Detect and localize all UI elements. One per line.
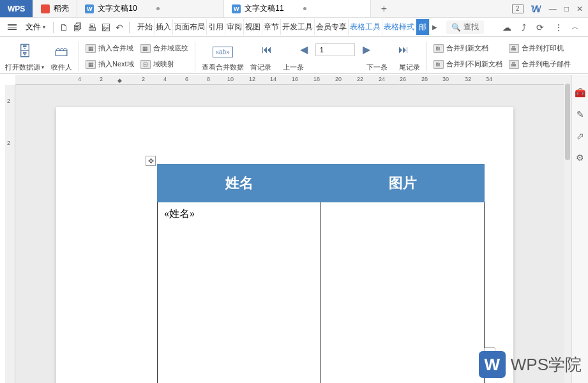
datasource-icon: 🗄 (14, 42, 36, 61)
table-cell-name[interactable]: «姓名» (158, 202, 321, 384)
merge-field-shading[interactable]: ▦合并域底纹 (140, 42, 188, 54)
modified-dot (303, 7, 306, 10)
menu-review[interactable]: 审阅 (225, 19, 244, 35)
prev-record[interactable]: ◀ (298, 43, 310, 56)
collapse-ribbon[interactable]: ︿ (571, 22, 579, 33)
last-record-label: 尾记录 (399, 63, 420, 72)
menu-mail[interactable]: 邮 (416, 19, 430, 35)
recipients-icon: 🗃 (50, 42, 72, 61)
merge-to-new-doc[interactable]: 🗎合并到新文档 (433, 42, 502, 54)
table-cell-picture[interactable] (321, 202, 485, 384)
menu-scroll-right[interactable]: ▶ (430, 22, 440, 32)
ribbon: 🗄 打开数据源▾ 🗃 收件人 ▦插入合并域 ▦插入Next域 ▦合并域底纹 ⊟域… (0, 37, 588, 74)
docker-tab[interactable]: 稻壳 (33, 0, 77, 17)
settings-icon[interactable]: ⚙ (576, 153, 584, 163)
doc-tab-1[interactable]: W文字文稿11 (224, 0, 371, 17)
wps-logo-icon[interactable]: 𝕎 (531, 4, 541, 14)
table-header-picture[interactable]: 图片 (321, 165, 485, 202)
share-icon[interactable]: ⤴ (520, 21, 528, 34)
table-move-handle[interactable]: ✥ (146, 156, 156, 166)
document-table[interactable]: 姓名 图片 «姓名» (157, 164, 485, 383)
chevron-down-icon: ▾ (43, 24, 45, 30)
separator (53, 22, 54, 33)
merge-to-diff-doc[interactable]: 🗎合并到不同新文档 (433, 58, 502, 70)
modified-dot (156, 7, 160, 10)
sync-icon[interactable]: ⟳ (534, 21, 546, 34)
file-menu[interactable]: 文件▾ (22, 20, 49, 34)
toolbox-icon[interactable]: 🧰 (575, 87, 585, 98)
separator (129, 22, 130, 33)
prev-record-label: 上一条 (283, 63, 304, 72)
app-tab[interactable]: WPS (0, 0, 33, 17)
menu-member[interactable]: 会员专享 (315, 19, 349, 35)
menu-insert[interactable]: 插入 (155, 19, 173, 35)
preview-icon[interactable]: 🗟 (100, 21, 112, 34)
field-icon: ▦ (86, 60, 96, 69)
window-count[interactable]: 2 (512, 4, 524, 13)
page[interactable]: ✥ 姓名 图片 «姓名» + (56, 107, 513, 383)
menu-start[interactable]: 开始 (136, 19, 155, 35)
open-data-source[interactable]: 🗄 打开数据源▾ (5, 42, 44, 72)
titlebar-controls: 2 𝕎 — □ ✕ (512, 0, 588, 17)
next-record-label: 下一条 (366, 63, 388, 72)
merge-to-printer[interactable]: 🖶合并到打印机 (509, 42, 571, 54)
cloud-icon[interactable]: ☁ (501, 21, 513, 34)
save-icon[interactable]: 🗋 (57, 21, 70, 34)
menu-section[interactable]: 章节 (262, 19, 281, 35)
minimize-button[interactable]: — (549, 4, 557, 13)
email-icon: 🖶 (509, 60, 519, 69)
printer-icon: 🖶 (509, 44, 519, 53)
search-box[interactable]: 🔍查找 (446, 20, 484, 34)
doc-tab-0[interactable]: W文字文稿10 (77, 0, 224, 17)
menu-references[interactable]: 引用 (207, 19, 225, 35)
vertical-ruler[interactable]: 2 2 (5, 85, 15, 383)
table-add-handle[interactable]: + (484, 347, 495, 359)
doc-icon: 🗎 (433, 44, 444, 53)
vertical-scrollbar[interactable] (564, 75, 571, 383)
field-mapping[interactable]: ⊟域映射 (140, 58, 188, 70)
print-preview-icon[interactable]: 🖶 (86, 21, 98, 34)
search-icon: 🔍 (451, 23, 461, 32)
next-record[interactable]: ▶ (360, 43, 373, 56)
shading-icon: ▦ (140, 44, 151, 53)
field-icon: ▦ (86, 44, 96, 53)
last-record[interactable]: ⏭ (396, 44, 411, 56)
close-button[interactable]: ✕ (577, 4, 583, 13)
first-record[interactable]: ⏮ (259, 44, 275, 56)
select-icon[interactable]: ⬀ (577, 131, 584, 141)
record-number-input[interactable] (315, 43, 355, 56)
doc-icon: 🗎 (433, 60, 444, 69)
insert-merge-field[interactable]: ▦插入合并域 (86, 42, 134, 54)
titlebar: WPS 稻壳 W文字文稿10 W文字文稿11 + 2 𝕎 — □ ✕ (0, 0, 588, 18)
menubar: 文件▾ 🗋 🗐 🖶 🗟 ↶ 开始 插入 页面布局 引用 审阅 视图 章节 开发工… (0, 18, 588, 37)
indent-marker[interactable]: ◆ (117, 77, 124, 82)
first-record-label: 首记录 (250, 63, 271, 72)
hamburger-menu[interactable] (4, 21, 20, 33)
doc-icon: W (85, 4, 94, 13)
horizontal-ruler[interactable]: 4 2 ◆ 2 4 6 8 10 12 14 16 18 20 22 24 26… (15, 75, 571, 85)
table-header-name[interactable]: 姓名 (158, 165, 321, 202)
pen-icon[interactable]: ✎ (577, 109, 584, 119)
document-area: ✥ 姓名 图片 «姓名» + (15, 85, 571, 383)
docker-icon (41, 4, 50, 13)
recipients[interactable]: 🗃 收件人 (50, 42, 72, 72)
scrollbar-thumb[interactable] (565, 84, 570, 160)
menu-tabletools[interactable]: 表格工具 (349, 19, 382, 35)
menu-items: 开始 插入 页面布局 引用 审阅 视图 章节 开发工具 会员专享 表格工具 表格… (136, 19, 440, 35)
separator (426, 41, 427, 71)
print-icon[interactable]: 🗐 (72, 21, 84, 34)
menu-devtools[interactable]: 开发工具 (281, 19, 315, 35)
new-tab-button[interactable]: + (371, 0, 396, 17)
view-merged-data[interactable]: «ab» 查看合并数据 (202, 42, 244, 72)
separator (79, 41, 79, 71)
undo-icon[interactable]: ↶ (114, 21, 125, 34)
separator (195, 41, 195, 71)
menu-pagelayout[interactable]: 页面布局 (173, 19, 207, 35)
doc-icon: W (232, 4, 241, 13)
maximize-button[interactable]: □ (564, 4, 569, 13)
merge-to-email[interactable]: 🖶合并到电子邮件 (509, 58, 571, 70)
more-icon[interactable]: ⋮ (552, 21, 565, 34)
menu-view[interactable]: 视图 (244, 19, 262, 35)
menu-tablestyle[interactable]: 表格样式 (382, 19, 416, 35)
insert-next-field[interactable]: ▦插入Next域 (86, 58, 134, 70)
